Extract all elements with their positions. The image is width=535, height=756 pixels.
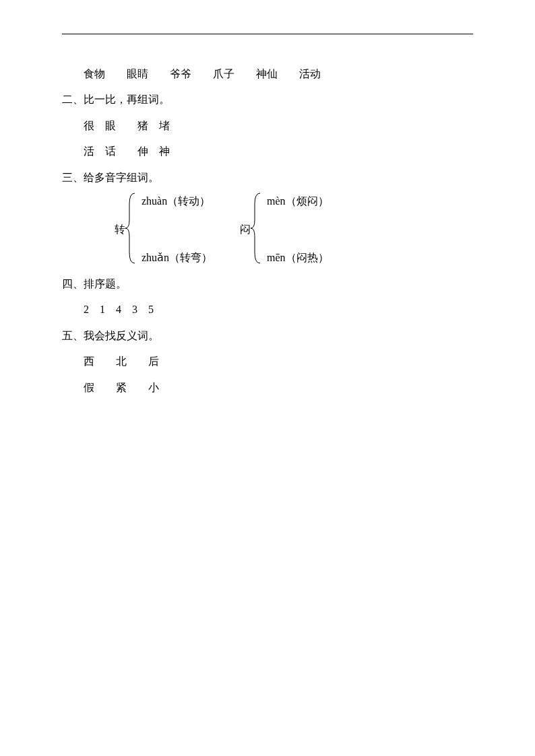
polyphonic-char-men: 闷 (240, 223, 251, 237)
top-rule (62, 34, 473, 34)
document-page: 食物 眼睛 爷爷 爪子 神仙 活动 二、比一比，再组词。 很 眼 猪 堵 活 话… (0, 0, 535, 401)
brace-icon (125, 191, 137, 266)
section-5-heading: 五、我会找反义词。 (62, 323, 473, 349)
section-2-heading: 二、比一比，再组词。 (62, 87, 473, 112)
section-3-heading: 三、给多音字组词。 (62, 165, 473, 191)
polyphonic-char-zhuan: 转 (115, 223, 125, 237)
polyphonic-block: 转 zhuàn（转动） zhuǎn（转弯） 闷 mèn（烦闷） mēn（闷热） (84, 191, 473, 271)
word-list-line: 食物 眼睛 爷爷 爪子 神仙 活动 (62, 61, 473, 87)
section-4-heading: 四、排序题。 (62, 271, 473, 297)
brace-icon (251, 191, 263, 266)
section-2-row-2: 活 话 伸 神 (62, 139, 473, 164)
reading-men-top: mèn（烦闷） (267, 195, 329, 209)
reading-zhuan-top: zhuàn（转动） (141, 195, 210, 209)
section-4-answer: 2 1 4 3 5 (62, 297, 473, 322)
section-5-row-2: 假 紧 小 (62, 375, 473, 401)
reading-men-bot: mēn（闷热） (267, 251, 329, 265)
section-2-row-1: 很 眼 猪 堵 (62, 113, 473, 139)
section-5-row-1: 西 北 后 (62, 349, 473, 374)
reading-zhuan-bot: zhuǎn（转弯） (141, 251, 212, 265)
